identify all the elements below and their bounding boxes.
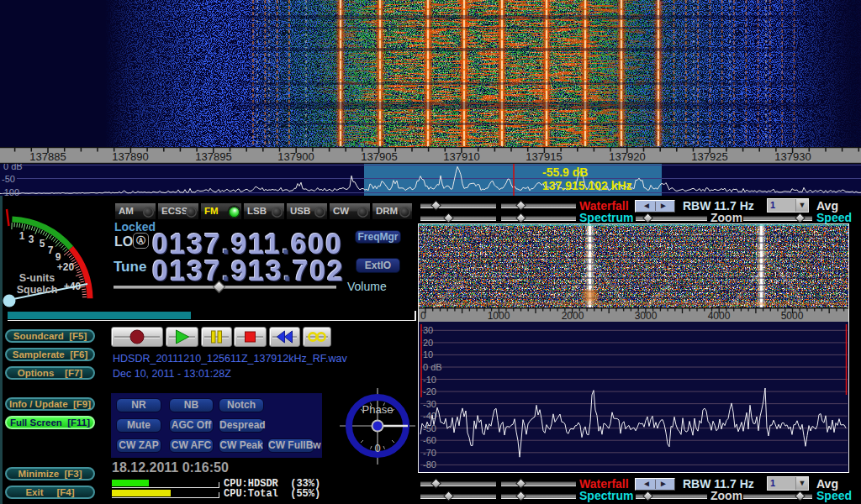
svg-text:137925: 137925 bbox=[691, 150, 727, 163]
svg-text:7: 7 bbox=[48, 244, 54, 256]
svg-text:+20: +20 bbox=[57, 261, 75, 273]
svg-text:137930: 137930 bbox=[774, 150, 811, 163]
svg-text:137900: 137900 bbox=[277, 150, 314, 163]
svg-text:-100: -100 bbox=[1, 187, 19, 196]
svg-text:0: 0 bbox=[374, 442, 380, 454]
svg-text:Phase: Phase bbox=[362, 403, 394, 416]
svg-text:-55.9 dB: -55.9 dB bbox=[542, 165, 588, 179]
svg-text:Squelch: Squelch bbox=[17, 284, 58, 296]
svg-text:137920: 137920 bbox=[609, 150, 645, 163]
svg-text:0 dB: 0 dB bbox=[3, 164, 23, 171]
svg-text:137.915.102 kHz: 137.915.102 kHz bbox=[542, 179, 632, 192]
svg-text:137905: 137905 bbox=[361, 150, 397, 163]
svg-text:137910: 137910 bbox=[443, 150, 479, 163]
svg-text:1: 1 bbox=[19, 230, 25, 242]
svg-text:S-units: S-units bbox=[19, 272, 55, 284]
svg-text:137890: 137890 bbox=[112, 150, 148, 163]
svg-text:-50: -50 bbox=[2, 174, 15, 184]
svg-text:137895: 137895 bbox=[195, 150, 231, 163]
svg-text:5: 5 bbox=[40, 238, 45, 249]
svg-text:137915: 137915 bbox=[526, 150, 562, 163]
svg-text:137885: 137885 bbox=[29, 150, 66, 163]
svg-text:3: 3 bbox=[29, 234, 34, 245]
